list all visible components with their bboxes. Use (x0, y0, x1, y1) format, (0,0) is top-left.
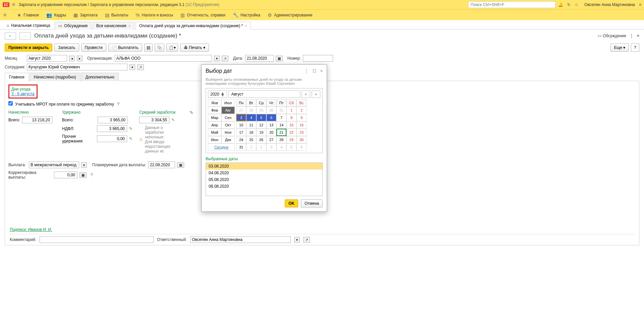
menu-vyplaty[interactable]: ▤Выплаты (105, 12, 128, 18)
month-sep[interactable]: Сен (221, 114, 235, 121)
kebab-icon[interactable]: ⋮ (305, 69, 309, 73)
day-cell[interactable]: 17 (236, 129, 246, 136)
day-cell[interactable]: 1 (286, 107, 297, 114)
month-dec[interactable]: Дек (221, 136, 235, 143)
month-selector[interactable]: Август (228, 90, 300, 98)
selected-date-item[interactable]: 04.08.2020 (206, 170, 322, 176)
username[interactable]: Овсепян Анна Мартиновна (584, 2, 635, 7)
day-cell[interactable]: 29 (256, 107, 266, 114)
provesti-zakryt-button[interactable]: Провести и закрыть (5, 44, 52, 52)
day-cell[interactable]: 5 (286, 143, 297, 151)
day-cell[interactable]: 29 (286, 136, 297, 143)
forward-button[interactable]: → (19, 32, 31, 40)
close-icon[interactable]: × (320, 69, 323, 73)
search-input[interactable] (468, 1, 555, 8)
close-icon[interactable]: × (637, 34, 639, 38)
day-cell[interactable]: 6 (266, 114, 276, 121)
menu-icon[interactable]: ≡ (639, 2, 641, 7)
day-cell[interactable]: 30 (297, 136, 307, 143)
month-mar[interactable]: Мар (208, 114, 221, 121)
uderzh-total[interactable]: 3 965,00 (98, 117, 128, 123)
tab-all-nachis[interactable]: Все начисления× (93, 22, 134, 29)
day-cell[interactable]: 28 (246, 107, 256, 114)
employee-dropdown[interactable]: ▾ (129, 64, 135, 70)
copy-icon-button[interactable]: 📋▾ (166, 44, 178, 52)
date-input[interactable] (245, 55, 274, 62)
inner-tab-nachis[interactable]: Начислено (подробно) (30, 73, 80, 81)
vyplata-input[interactable] (29, 162, 79, 168)
menu-toggle-icon[interactable]: ≡ (3, 12, 6, 18)
menu-nalogi[interactable]: %Налоги и взносы (136, 12, 173, 18)
sredniy-value[interactable]: 3 304,55 (139, 117, 169, 123)
hamburger-icon[interactable]: ≡ (12, 2, 15, 8)
cancel-button[interactable]: Отмена (301, 199, 323, 207)
day-cell[interactable]: 27 (236, 107, 246, 114)
plandate-input[interactable] (148, 162, 175, 168)
month-jan[interactable]: Янв (208, 99, 221, 107)
day-cell[interactable]: 20 (266, 129, 276, 136)
day-cell[interactable]: 2 (256, 143, 266, 151)
month-may[interactable]: Май (208, 129, 221, 136)
day-cell[interactable]: 1 (246, 143, 256, 151)
day-cell[interactable]: 4 (276, 143, 286, 151)
history-icon[interactable]: ↻ (567, 2, 571, 7)
zapisat-button[interactable]: Записать (54, 44, 79, 52)
mrot-checkbox[interactable] (8, 101, 13, 106)
day-cell[interactable]: 3 (236, 114, 246, 121)
provesti-button[interactable]: Провести (81, 44, 106, 52)
day-cell[interactable]: 11 (246, 121, 256, 129)
ok-button[interactable]: OK (285, 199, 298, 207)
selected-date-item[interactable]: 05.08.2020 (206, 176, 322, 183)
menu-admin[interactable]: ⚙Администрирование (268, 12, 312, 18)
more-button[interactable]: Еще ▾ (610, 44, 629, 52)
number-input[interactable] (303, 55, 333, 62)
day-cell[interactable]: 19 (256, 129, 266, 136)
calendar-icon[interactable]: ▦ (276, 56, 283, 61)
month-nov[interactable]: Ноя (221, 129, 235, 136)
day-cell[interactable]: 7 (276, 114, 286, 121)
year-selector[interactable]: 2020▲▼ (208, 90, 227, 98)
ndfl-value[interactable]: 3 965,00 (97, 125, 127, 132)
menu-otchet[interactable]: ▥Отчетность, справки (180, 12, 225, 18)
day-cell[interactable]: 26 (256, 136, 266, 143)
day-cell[interactable]: 9 (297, 114, 307, 121)
pencil-icon[interactable]: ✎ (129, 136, 132, 141)
day-cell[interactable]: 5 (256, 114, 266, 121)
day-cell[interactable]: 27 (266, 136, 276, 143)
kebab-icon[interactable]: ⋮ (630, 34, 634, 38)
day-cell[interactable]: 30 (266, 107, 276, 114)
day-cell[interactable]: 23 (297, 129, 307, 136)
month-prev[interactable]: ◂ (69, 56, 75, 61)
responsible-open-icon[interactable]: ↗ (303, 237, 310, 243)
day-cell[interactable]: 15 (286, 121, 297, 129)
day-cell[interactable]: 24 (236, 136, 246, 143)
star-icon[interactable]: ☆ (575, 2, 578, 7)
day-cell[interactable]: 13 (266, 121, 276, 129)
home-tab[interactable]: ⌂Начальная страница (3, 22, 53, 29)
employee-open-icon[interactable]: ↗ (137, 64, 144, 70)
selected-date-item[interactable]: 06.08.2020 (206, 183, 322, 190)
nachis-total[interactable]: 13 218,20 (22, 117, 52, 123)
menu-nastroyka[interactable]: 🔧Настройка (233, 12, 260, 18)
day-cell[interactable]: 12 (256, 121, 266, 129)
discuss-link[interactable]: ▭Обсуждение (598, 34, 626, 38)
month-oct[interactable]: Окт (221, 121, 235, 129)
list-icon-button[interactable]: ▤ (144, 44, 153, 52)
menu-kadry[interactable]: 👥Кадры (46, 12, 66, 18)
tab-discuss[interactable]: ▭Обсуждения (55, 22, 91, 29)
day-cell[interactable]: 14 (276, 121, 286, 129)
day-cell[interactable]: 18 (246, 129, 256, 136)
day-cell[interactable]: 31 (276, 107, 286, 114)
org-open-icon[interactable]: ↗ (222, 56, 228, 61)
day-cell[interactable]: 3 (266, 143, 276, 151)
pencil-icon[interactable]: ✎ (190, 110, 194, 115)
calc-icon[interactable]: ▦ (79, 172, 87, 178)
today-link[interactable]: Сегодня (208, 143, 235, 151)
day-cell[interactable]: 25 (246, 136, 256, 143)
month-apr[interactable]: Апр (208, 121, 221, 129)
attach-icon-button[interactable]: 📎 (155, 44, 164, 52)
calendar-icon[interactable]: ▦ (177, 162, 184, 168)
responsible-input[interactable] (190, 236, 291, 243)
vyplatit-button[interactable]: 📄 Выплатить (108, 44, 142, 52)
employee-input[interactable] (27, 64, 127, 70)
